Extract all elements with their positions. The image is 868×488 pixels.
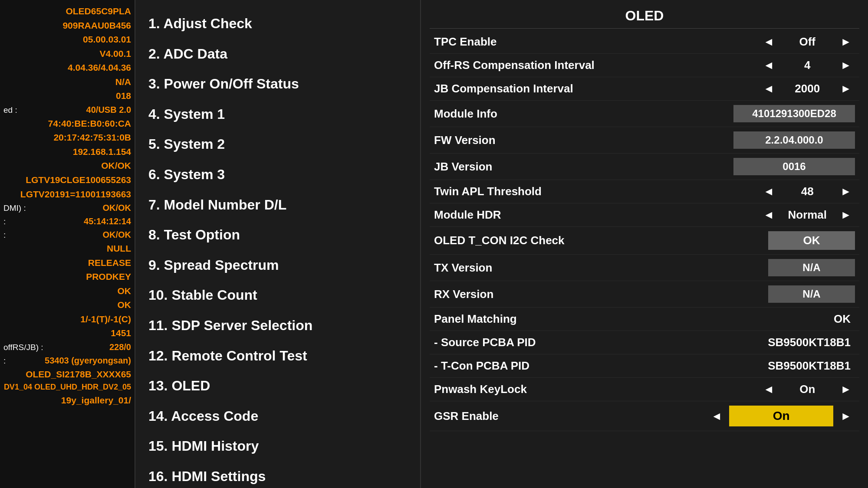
val-1451: 1451 [3,326,131,341]
setting-row-14: Pnwash KeyLock◄On► [430,378,859,401]
setting-label-0: TPC Enable [430,35,655,49]
arrow-left-14[interactable]: ◄ [760,383,778,396]
dmi-label: DMI) : [3,202,26,214]
setting-value-area-8: OK [655,231,859,250]
setting-row-0: TPC Enable◄Off► [430,30,859,54]
setting-label-13: - T-Con PCBA PID [430,359,655,373]
menu-item-3[interactable]: 3. Power On/Off Status [148,69,407,99]
menu-item-2[interactable]: 2. ADC Data [148,39,407,69]
setting-value-area-0: ◄Off► [655,35,859,49]
release-text: RELEASE [3,256,131,270]
ratio-value: 1/-1(T)/-1(C) [3,312,131,327]
oled-header: OLED [430,0,859,29]
setting-row-6: Twin APL Threshold◄48► [430,180,859,203]
arrow-right-15[interactable]: ► [837,409,855,423]
setting-value-area-2: ◄2000► [655,82,859,95]
dv-info: DV1_04 OLED_UHD_HDR_DV2_05 [3,381,131,393]
setting-value-area-13: SB9500KT18B1 [655,359,859,373]
serial-number: 909RAAU0B456 [3,19,131,33]
ok-ok-1: OK/OK [3,159,131,173]
arrow-left-1[interactable]: ◄ [760,59,778,72]
arrow-left-7[interactable]: ◄ [760,208,778,222]
setting-value-area-4: 2.2.04.000.0 [655,131,859,149]
menu-panel: 1. Adjust Check2. ADC Data3. Power On/Of… [135,0,421,488]
setting-label-11: Panel Matching [430,312,655,326]
na-value: N/A [3,75,131,89]
arrow-left-6[interactable]: ◄ [760,185,778,198]
setting-value-area-1: ◄4► [655,59,859,72]
setting-value-6: 48 [781,185,833,198]
prodkey-text: PRODKEY [3,270,131,284]
setting-row-1: Off-RS Compensation Interval◄4► [430,54,859,77]
setting-plain-11: OK [834,312,855,326]
setting-row-3: Module Info4101291300ED28 [430,101,859,127]
arrow-left-2[interactable]: ◄ [760,82,778,95]
menu-item-8[interactable]: 8. Test Option [148,220,407,250]
setting-ok-8: OK [768,231,855,250]
setting-value-1: 4 [781,59,833,72]
ok-2: OK [3,298,131,312]
lgtv-1: LGTV19CLGE100655263 [3,173,131,187]
setting-label-12: - Source PCBA PID [430,336,655,349]
setting-label-14: Pnwash KeyLock [430,383,655,396]
version3: 4.04.36/4.04.36 [3,61,131,75]
setting-value-area-9: N/A [655,259,859,276]
ip-address: 192.168.1.154 [3,145,131,159]
setting-row-5: JB Version0016 [430,154,859,180]
setting-row-12: - Source PCBA PIDSB9500KT18B1 [430,331,859,354]
arrow-right-2[interactable]: ► [837,82,855,95]
menu-item-5[interactable]: 5. System 2 [148,129,407,160]
setting-value-14: On [781,383,833,396]
null-text: NULL [3,242,131,256]
setting-na-10: N/A [768,285,855,303]
setting-value-area-11: OK [655,312,859,326]
ed-label: ed : [3,104,17,116]
time-value: 45:14:12:14 [84,215,131,228]
arrow-right-1[interactable]: ► [837,59,855,72]
menu-item-6[interactable]: 6. System 3 [148,160,407,190]
setting-row-13: - T-Con PCBA PIDSB9500KT18B1 [430,354,859,378]
menu-item-14[interactable]: 14. Access Code [148,401,407,432]
mac1: 74:40:BE:B0:60:CA [3,117,131,131]
setting-label-2: JB Compensation Interval [430,82,655,95]
setting-label-15: GSR Enable [430,409,655,423]
setting-highlight-15: On [729,406,833,426]
store-value: 53403 (gyeryongsan) [45,354,131,367]
menu-item-7[interactable]: 7. Model Number D/L [148,190,407,220]
setting-row-11: Panel MatchingOK [430,308,859,331]
setting-value-0: Off [781,35,833,49]
setting-box-4: 2.2.04.000.0 [733,131,855,149]
menu-item-10[interactable]: 10. Stable Count [148,280,407,311]
left-info-panel: OLED65C9PLA 909RAAU0B456 05.00.03.01 V4.… [0,0,135,488]
menu-item-15[interactable]: 15. HDMI History [148,431,407,462]
menu-item-13[interactable]: 13. OLED [148,371,407,401]
colon-label: : [3,215,6,228]
setting-value-area-15: ◄On► [655,406,859,426]
offrs-value: 228/0 [109,341,131,354]
arrow-right-6[interactable]: ► [837,185,855,198]
menu-item-1[interactable]: 1. Adjust Check [148,9,407,39]
lgtv-2: LGTV20191=11001193663 [3,187,131,202]
menu-item-11[interactable]: 11. SDP Server Selection [148,311,407,341]
menu-item-9[interactable]: 9. Spread Spectrum [148,250,407,281]
setting-label-8: OLED T_CON I2C Check [430,234,655,247]
setting-value-2: 2000 [781,82,833,95]
setting-row-9: TX VersionN/A [430,255,859,281]
setting-row-15: GSR Enable◄On► [430,401,859,431]
version2: V4.00.1 [3,47,131,61]
setting-label-4: FW Version [430,134,655,147]
oled-settings-panel: OLED TPC Enable◄Off►Off-RS Compensation … [421,0,868,488]
setting-label-5: JB Version [430,160,655,174]
arrow-right-0[interactable]: ► [837,35,855,49]
oled-si: OLED_SI2178B_XXXX65 [3,367,131,382]
ok-ok-2: OK/OK [102,228,131,242]
arrow-left-15[interactable]: ◄ [708,409,726,423]
arrow-right-7[interactable]: ► [837,208,855,222]
dmi-value: OK/OK [102,201,131,215]
menu-item-12[interactable]: 12. Remote Control Test [148,341,407,371]
val018: 018 [3,89,131,103]
arrow-left-0[interactable]: ◄ [760,35,778,49]
arrow-right-14[interactable]: ► [837,383,855,396]
menu-item-4[interactable]: 4. System 1 [148,99,407,130]
menu-item-16[interactable]: 16. HDMI Settings [148,462,407,488]
